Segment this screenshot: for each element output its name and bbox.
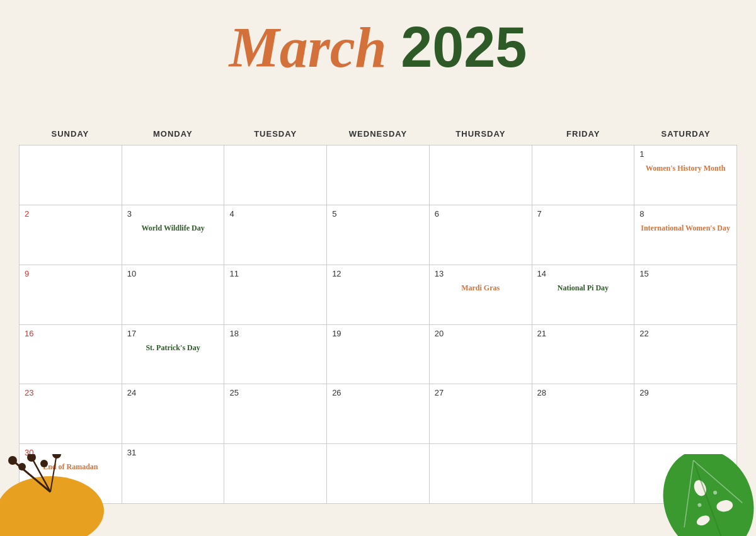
cell-event-label: International Women's Day [639,224,731,234]
calendar-cell [327,444,430,504]
calendar-cell: 17St. Patrick's Day [122,325,225,385]
cell-day-number: 22 [639,329,731,338]
cell-event-label: World Wildlife Day [127,224,219,234]
calendar-container: SUNDAY MONDAY TUESDAY WEDNESDAY THURSDAY… [0,126,756,510]
month-label: March [229,16,387,79]
calendar-cell: 28 [532,384,635,444]
calendar-cell: 31 [122,444,225,504]
svg-point-29 [18,463,26,470]
calendar-cell: 9 [20,265,122,325]
cell-day-number: 20 [435,329,527,338]
cell-day-number: 1 [639,149,731,159]
calendar-cell: 18 [224,325,327,385]
cell-day-number: 25 [229,388,321,397]
cell-day-number: 4 [229,209,321,219]
calendar-cell: 22 [634,325,737,385]
cell-day-number: 14 [537,269,629,278]
svg-point-26 [8,456,17,465]
calendar-cell [430,145,532,205]
header-thursday: THURSDAY [429,126,532,142]
calendar-cell [327,145,430,205]
svg-point-27 [27,454,36,462]
cell-day-number: 10 [127,269,219,278]
calendar-cell [224,444,327,504]
cell-day-number: 24 [127,388,219,397]
calendar-cell: 2 [20,205,122,265]
calendar-cell: 19 [327,325,430,385]
cell-day-number: 5 [332,209,424,219]
calendar-cell: 13Mardi Gras [430,265,532,325]
calendar-cell: 4 [224,205,327,265]
header-sunday: SUNDAY [19,126,122,142]
calendar-cell: 21 [532,325,635,385]
cell-day-number: 11 [229,269,321,278]
cell-day-number: 21 [537,329,629,338]
cell-event-label: St. Patrick's Day [127,343,219,353]
calendar-cell: 15 [634,265,737,325]
cell-day-number: 13 [435,269,527,278]
cell-event-label: Mardi Gras [435,283,527,294]
cell-day-number: 15 [639,269,731,278]
calendar-cell [20,145,122,205]
cell-day-number: 2 [25,209,117,219]
calendar-cell [532,444,635,504]
calendar-cell: 1Women's History Month [634,145,737,205]
calendar-cell: 3World Wildlife Day [122,205,225,265]
cell-day-number: 9 [25,269,117,278]
cell-day-number: 16 [25,329,117,338]
header-friday: FRIDAY [532,126,634,142]
header-wednesday: WEDNESDAY [327,126,430,142]
svg-point-30 [40,460,48,467]
calendar-cell: 29 [634,384,737,444]
calendar-cell: 7 [532,205,635,265]
header-saturday: SATURDAY [634,126,737,142]
cell-day-number: 18 [229,329,321,338]
calendar-cell: 14National Pi Day [532,265,635,325]
cell-day-number: 7 [537,209,629,219]
cell-day-number: 12 [332,269,424,278]
cell-day-number: 8 [639,209,731,219]
cell-day-number: 3 [127,209,219,219]
calendar-cell: 5 [327,205,430,265]
calendar-cell [430,444,532,504]
calendar-grid: 1Women's History Month23World Wildlife D… [19,145,737,504]
header-tuesday: TUESDAY [224,126,327,142]
calendar-cell: 25 [224,384,327,444]
calendar-title: March 2025 [0,19,756,76]
calendar-cell: 8International Women's Day [634,205,737,265]
calendar-cell: 23 [20,384,122,444]
calendar-cell: 11 [224,265,327,325]
cell-day-number: 6 [435,209,527,219]
cell-day-number: 17 [127,329,219,338]
cell-day-number: 29 [639,388,731,397]
cell-day-number: 28 [537,388,629,397]
cell-day-number: 31 [127,448,219,457]
cell-day-number: 27 [435,388,527,397]
cell-day-number: 26 [332,388,424,397]
year-label: 2025 [401,16,527,79]
cell-day-number: 19 [332,329,424,338]
calendar-cell [224,145,327,205]
calendar-cell: 20 [430,325,532,385]
cell-event-label: National Pi Day [537,283,629,294]
calendar-cell [532,145,635,205]
calendar-cell: 16 [20,325,122,385]
calendar-cell: 12 [327,265,430,325]
calendar-cell: 27 [430,384,532,444]
calendar-cell: 24 [122,384,225,444]
svg-point-28 [52,454,61,459]
calendar-cell: 10 [122,265,225,325]
calendar-cell [122,145,225,205]
day-headers: SUNDAY MONDAY TUESDAY WEDNESDAY THURSDAY… [19,126,737,142]
calendar-cell: 6 [430,205,532,265]
calendar-cell: 26 [327,384,430,444]
header-monday: MONDAY [122,126,224,142]
cell-day-number: 23 [25,388,117,397]
calendar-header: March 2025 [0,0,756,126]
cell-event-label: Women's History Month [639,164,731,174]
